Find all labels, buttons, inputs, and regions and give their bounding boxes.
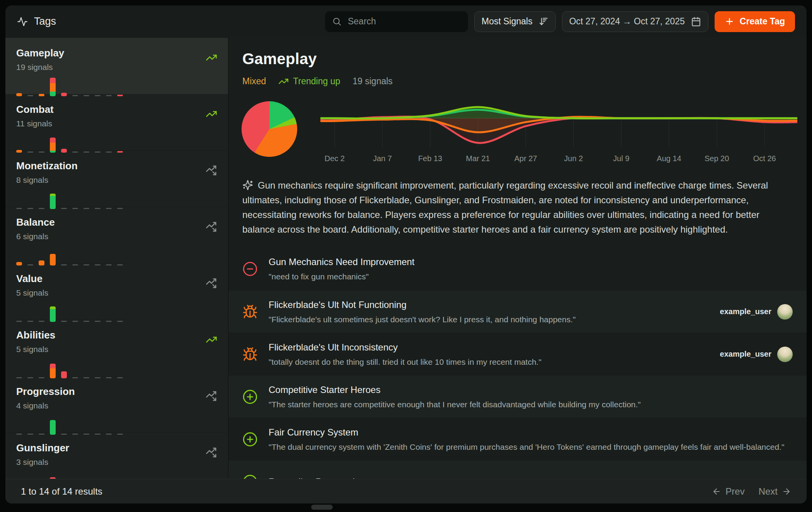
main-panel: Gameplay Mixed Trending up 19 signals: [228, 38, 807, 479]
date-range-picker[interactable]: Oct 27, 2024 → Oct 27, 2025: [562, 11, 708, 32]
tag-mini-bar-chart: [16, 77, 217, 96]
tag-signal-count: 3 signals: [16, 458, 217, 467]
trending-up-down-icon: [206, 447, 217, 458]
date-range-label: Oct 27, 2024 → Oct 27, 2025: [569, 16, 685, 27]
charts-row: Dec 2Jan 7Feb 13Mar 21Apr 27Jun 2Jul 9Au…: [228, 100, 807, 166]
tag-name: Gameplay: [16, 47, 217, 59]
signal-text: Gun Mechanics Need Improvement"need to f…: [269, 257, 793, 281]
avatar: [777, 347, 793, 362]
signal-title: Flickerblade's Ult Not Functioning: [269, 299, 708, 310]
x-axis-tick: Dec 2: [325, 154, 345, 163]
signal-row[interactable]: Fair Currency System"The dual currency s…: [228, 418, 807, 460]
x-axis-tick: Apr 27: [514, 154, 537, 163]
x-axis-ticks: Dec 2Jan 7Feb 13Mar 21Apr 27Jun 2Jul 9Au…: [320, 154, 797, 166]
bug-icon: [242, 347, 258, 362]
signal-count: 19 signals: [352, 76, 393, 87]
tag-mini-bar-chart: [16, 359, 217, 378]
tag-mini-bar-chart: [16, 415, 217, 435]
circle-minus-icon: [242, 261, 258, 277]
tag-name: Combat: [16, 104, 217, 116]
sort-descending-icon: [539, 17, 548, 26]
x-axis-tick: Jul 9: [613, 154, 629, 163]
brand: Tags: [17, 15, 56, 27]
sort-select[interactable]: Most Signals: [474, 11, 556, 32]
tag-mini-bar-chart: [16, 303, 217, 322]
trending-up-icon: [206, 108, 217, 120]
avatar: [777, 304, 793, 320]
tag-name: Gunslinger: [16, 442, 217, 454]
sidebar-item-progression[interactable]: Progression4 signals: [5, 376, 228, 433]
signal-row[interactable]: Flickerblade's Ult Inconsistency"totally…: [228, 333, 807, 375]
x-axis-tick: Mar 21: [466, 154, 490, 163]
main-header: Gameplay Mixed Trending up 19 signals: [228, 38, 807, 87]
x-axis-tick: Jun 2: [564, 154, 583, 163]
top-bar: Tags Most Signals Oct 27, 2024 → Oct 27,…: [5, 5, 807, 38]
sentiment-pie-chart: [242, 101, 297, 157]
signal-row[interactable]: Rewarding Progression: [228, 460, 807, 479]
signal-user: example_user: [720, 304, 793, 320]
sidebar-item-combat[interactable]: Combat11 signals: [5, 94, 228, 151]
tag-signal-count: 8 signals: [16, 175, 217, 185]
signal-quote: "Flickerblade's ult sometimes just doesn…: [269, 315, 708, 324]
signal-text: Fair Currency System"The dual currency s…: [269, 427, 793, 452]
ai-summary-text: Gun mechanics require significant improv…: [242, 180, 768, 235]
sidebar-item-abilities[interactable]: Abilities5 signals: [5, 320, 228, 376]
username: example_user: [720, 350, 771, 359]
tag-mini-bar-chart: [16, 190, 217, 209]
tag-name: Progression: [16, 386, 217, 398]
tag-signal-count: 5 signals: [16, 288, 217, 298]
sidebar-item-value[interactable]: Value5 signals: [5, 264, 228, 320]
tag-name: Monetization: [16, 160, 217, 172]
sidebar-item-monetization[interactable]: Monetization8 signals: [5, 151, 228, 207]
arrow-left-icon: [712, 487, 721, 496]
search-icon: [332, 17, 342, 26]
line-chart-svg: [320, 100, 797, 153]
signal-list: Gun Mechanics Need Improvement"need to f…: [228, 248, 807, 479]
signal-text: Flickerblade's Ult Not Functioning"Flick…: [269, 299, 708, 324]
search-input[interactable]: [347, 16, 461, 27]
tag-signal-count: 4 signals: [16, 401, 217, 410]
signal-text: Flickerblade's Ult Inconsistency"totally…: [269, 342, 708, 367]
activity-icon: [17, 16, 28, 27]
search-box[interactable]: [325, 11, 468, 32]
trending-up-down-icon: [206, 165, 217, 176]
signal-quote: "The starter heroes are competitive enou…: [269, 400, 793, 409]
signal-user: example_user: [720, 347, 793, 362]
tag-mini-bar-chart: [16, 246, 217, 265]
sidebar-item-gameplay[interactable]: Gameplay19 signals: [5, 38, 228, 94]
tag-name: Value: [16, 273, 217, 285]
trending-up-icon: [206, 334, 217, 345]
signal-title: Fair Currency System: [269, 427, 793, 438]
circle-plus-icon: [242, 474, 258, 479]
sidebar-item-gunslinger[interactable]: Gunslinger3 signals: [5, 433, 228, 479]
prev-button[interactable]: Prev: [712, 486, 744, 497]
signal-row[interactable]: Gun Mechanics Need Improvement"need to f…: [228, 248, 807, 290]
tag-mini-bar-chart: [16, 133, 217, 153]
plus-icon: [725, 17, 734, 26]
results-footer: 1 to 14 of 14 results Prev Next: [5, 479, 807, 503]
signal-quote: "totally doesnt do the thing still. trie…: [269, 357, 708, 367]
signal-title: Flickerblade's Ult Inconsistency: [269, 342, 708, 353]
circle-plus-icon: [242, 432, 258, 447]
trending-up-icon: [278, 76, 289, 87]
trending-up-icon: [206, 52, 217, 63]
results-count: 1 to 14 of 14 results: [21, 486, 102, 497]
signal-quote: "The dual currency system with 'Zenith C…: [269, 442, 793, 452]
sparkles-icon: [242, 180, 253, 191]
arrow-right-icon: [782, 487, 791, 496]
create-tag-label: Create Tag: [740, 16, 785, 27]
tag-sidebar: Gameplay19 signalsCombat11 signalsMoneti…: [5, 38, 228, 479]
trending-up-down-icon: [206, 221, 217, 233]
scrollbar-thumb[interactable]: [311, 505, 333, 510]
create-tag-button[interactable]: Create Tag: [715, 11, 795, 32]
tag-signal-count: 6 signals: [16, 232, 217, 241]
x-axis-tick: Sep 20: [705, 154, 729, 163]
signal-row[interactable]: Flickerblade's Ult Not Functioning"Flick…: [228, 290, 807, 333]
trending-up-down-icon: [206, 390, 217, 402]
x-axis-tick: Oct 26: [753, 154, 776, 163]
signal-row[interactable]: Competitive Starter Heroes"The starter h…: [228, 375, 807, 418]
app-window: Tags Most Signals Oct 27, 2024 → Oct 27,…: [5, 5, 807, 503]
sidebar-item-balance[interactable]: Balance6 signals: [5, 207, 228, 264]
next-button[interactable]: Next: [759, 486, 791, 497]
username: example_user: [720, 307, 771, 316]
